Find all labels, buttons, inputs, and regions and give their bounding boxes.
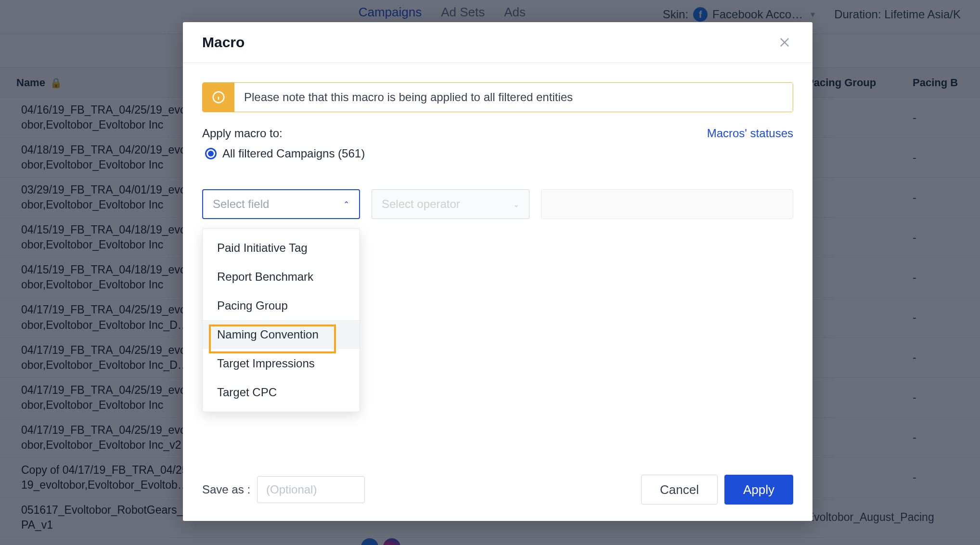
chevron-down-icon: ⌄ — [513, 200, 519, 209]
apply-button[interactable]: Apply — [724, 475, 793, 505]
modal-body: Please note that this macro is being app… — [183, 63, 812, 468]
modal-title: Macro — [202, 34, 245, 51]
radio-label: All filtered Campaigns (561) — [222, 147, 365, 160]
macros-statuses-link[interactable]: Macros' statuses — [707, 127, 793, 140]
chevron-up-icon: ⌃ — [343, 200, 349, 209]
save-as-label: Save as : — [202, 483, 250, 496]
dropdown-option[interactable]: Target Impressions — [203, 349, 360, 378]
macro-modal: Macro Please note that this macro is bei… — [183, 22, 812, 521]
close-button[interactable] — [776, 34, 793, 51]
info-icon — [203, 83, 234, 112]
modal-header: Macro — [183, 22, 812, 63]
close-icon — [778, 36, 791, 49]
macro-condition-row: Select field ⌃ Select operator ⌄ — [202, 189, 793, 219]
dropdown-option[interactable]: Pacing Group — [203, 291, 360, 320]
save-as-input[interactable] — [257, 476, 365, 503]
dropdown-option[interactable]: Report Benchmark — [203, 262, 360, 291]
select-operator-dropdown[interactable]: Select operator ⌄ — [372, 189, 529, 219]
dropdown-option[interactable]: Naming Convention — [203, 320, 360, 349]
dropdown-option[interactable]: Paid Initiative Tag — [203, 234, 360, 262]
modal-footer: Save as : Cancel Apply — [183, 468, 812, 521]
select-operator-placeholder: Select operator — [382, 197, 460, 211]
value-input[interactable] — [541, 189, 793, 219]
cancel-button[interactable]: Cancel — [641, 475, 718, 505]
info-notice: Please note that this macro is being app… — [202, 82, 793, 112]
select-field-placeholder: Select field — [213, 197, 269, 211]
radio-icon — [205, 148, 217, 159]
apply-macro-label: Apply macro to: — [202, 127, 283, 140]
field-dropdown-panel: Paid Initiative TagReport BenchmarkPacin… — [202, 228, 360, 412]
dropdown-option[interactable]: Target CPC — [203, 378, 360, 407]
select-field-dropdown[interactable]: Select field ⌃ — [202, 189, 360, 219]
notice-text: Please note that this macro is being app… — [234, 83, 793, 112]
radio-all-filtered[interactable]: All filtered Campaigns (561) — [205, 147, 793, 160]
